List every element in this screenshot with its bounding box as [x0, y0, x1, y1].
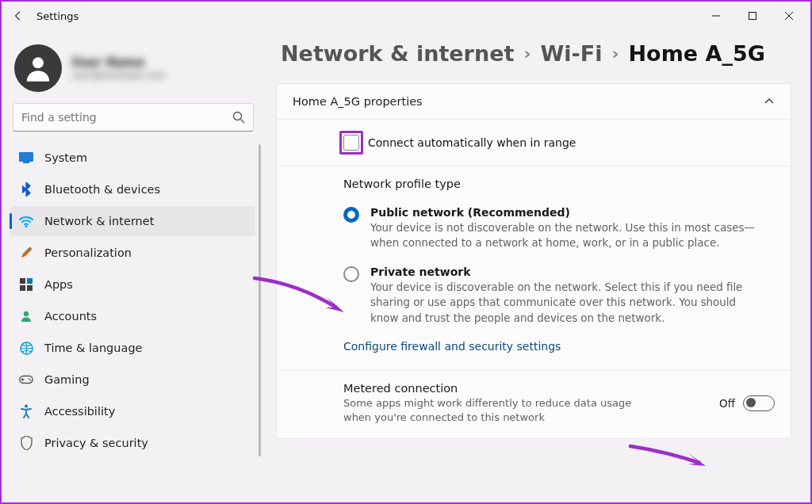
chevron-right-icon: › — [611, 44, 619, 63]
sidebar-item-time[interactable]: Time & language — [10, 333, 255, 363]
public-network-desc: Your device is not discoverable on the n… — [370, 220, 759, 251]
annotation-highlight — [339, 131, 363, 155]
breadcrumb: Network & internet › Wi-Fi › Home A_5G — [281, 41, 791, 66]
svg-point-17 — [25, 405, 28, 408]
gamepad-icon — [19, 372, 33, 387]
svg-rect-11 — [27, 285, 33, 291]
connect-auto-label: Connect automatically when in range — [368, 136, 576, 149]
person-icon — [19, 309, 33, 323]
search-box[interactable] — [13, 103, 254, 132]
panel-title: Home A_5G properties — [293, 95, 423, 108]
sidebar-item-label: Accounts — [44, 310, 97, 323]
svg-point-3 — [234, 113, 242, 120]
sidebar-item-bluetooth[interactable]: Bluetooth & devices — [10, 174, 255, 204]
svg-point-7 — [25, 225, 28, 227]
panel-header[interactable]: Home A_5G properties — [277, 84, 791, 119]
metered-title: Metered connection — [343, 382, 705, 395]
bluetooth-icon — [19, 182, 33, 197]
minimize-button[interactable] — [698, 4, 734, 28]
firewall-link[interactable]: Configure firewall and security settings — [343, 340, 775, 353]
sidebar-item-apps[interactable]: Apps — [10, 269, 255, 300]
svg-rect-5 — [19, 152, 33, 162]
breadcrumb-link[interactable]: Wi-Fi — [540, 41, 602, 66]
search-icon — [232, 111, 245, 124]
svg-point-16 — [30, 380, 32, 381]
apps-icon — [19, 277, 33, 292]
sidebar-item-label: Accessibility — [44, 405, 115, 418]
sidebar-item-label: Personalization — [44, 246, 132, 259]
private-network-desc: Your device is discoverable on the netwo… — [370, 280, 759, 326]
chevron-right-icon: › — [523, 44, 530, 63]
private-network-title: Private network — [370, 265, 759, 278]
search-input[interactable] — [21, 111, 232, 124]
svg-rect-6 — [23, 162, 29, 163]
svg-rect-10 — [20, 285, 25, 291]
svg-point-15 — [29, 378, 30, 380]
profile-type-heading: Network profile type — [343, 178, 775, 190]
sidebar-item-gaming[interactable]: Gaming — [10, 365, 255, 395]
sidebar-item-label: Apps — [44, 278, 73, 291]
globe-clock-icon — [19, 341, 33, 355]
sidebar-item-label: Bluetooth & devices — [44, 183, 160, 196]
connect-auto-checkbox[interactable] — [343, 135, 359, 151]
private-network-radio[interactable] — [343, 266, 359, 282]
sidebar-item-accessibility[interactable]: Accessibility — [10, 396, 255, 426]
breadcrumb-link[interactable]: Network & internet — [281, 41, 514, 66]
sidebar-item-accounts[interactable]: Accounts — [10, 301, 255, 331]
breadcrumb-current: Home A_5G — [629, 41, 765, 66]
sidebar-item-system[interactable]: System — [10, 143, 255, 173]
sidebar-item-label: Time & language — [44, 342, 143, 354]
sidebar-item-privacy[interactable]: Privacy & security — [10, 428, 255, 458]
brush-icon — [19, 246, 33, 260]
svg-rect-9 — [27, 278, 33, 284]
public-network-radio[interactable] — [343, 207, 359, 223]
profile-text: User Name user@example.com — [71, 55, 166, 81]
metered-desc: Some apps might work differently to redu… — [343, 396, 637, 424]
sidebar-item-personalization[interactable]: Personalization — [10, 238, 255, 268]
maximize-button[interactable] — [734, 4, 771, 28]
sidebar-item-network[interactable]: Network & internet — [10, 206, 255, 236]
close-button[interactable] — [771, 4, 807, 28]
system-icon — [19, 151, 33, 165]
shield-icon — [19, 436, 33, 450]
svg-rect-1 — [749, 13, 756, 20]
avatar[interactable] — [14, 44, 62, 92]
sidebar-item-label: Network & internet — [44, 215, 154, 227]
metered-state: Off — [719, 397, 735, 410]
svg-point-2 — [33, 57, 44, 68]
svg-rect-8 — [20, 278, 25, 284]
chevron-up-icon — [764, 96, 775, 107]
sidebar-item-label: Gaming — [44, 373, 90, 386]
sidebar-item-label: Privacy & security — [44, 437, 148, 449]
svg-point-12 — [24, 311, 29, 316]
accessibility-icon — [19, 404, 33, 418]
sidebar-item-label: System — [44, 151, 87, 164]
back-button[interactable] — [5, 2, 32, 29]
public-network-title: Public network (Recommended) — [370, 206, 759, 219]
metered-toggle[interactable] — [743, 395, 775, 411]
svg-line-4 — [241, 120, 245, 124]
window-title: Settings — [36, 10, 79, 22]
wifi-icon — [19, 214, 33, 228]
